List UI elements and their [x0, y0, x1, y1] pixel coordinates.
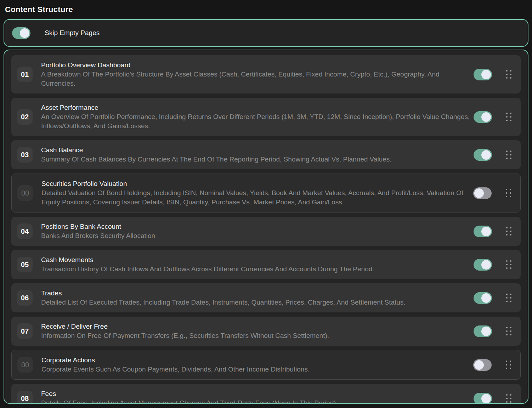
skip-empty-pages-panel: Skip Empty Pages — [4, 19, 528, 47]
section-row: 03 Cash Balance Summary Of Cash Balances… — [11, 140, 521, 169]
toggle-knob — [481, 394, 491, 403]
content-structure-list: 01 Portfolio Overview Dashboard A Breakd… — [4, 50, 528, 404]
section-description: Banks And Brokers Security Allocation — [41, 231, 471, 240]
toggle-knob — [481, 112, 491, 122]
toggle-knob — [481, 70, 491, 79]
toggle-knob — [481, 327, 491, 336]
section-content: Corporate Actions Corporate Events Such … — [41, 356, 470, 374]
drag-handle-icon[interactable] — [506, 70, 511, 79]
toggle-knob — [481, 260, 491, 270]
section-number-badge: 04 — [17, 223, 33, 239]
section-content: Positions By Bank Account Banks And Brok… — [41, 222, 471, 240]
section-title: Receive / Deliver Free — [41, 322, 471, 331]
section-content: Cash Movements Transaction History Of Ca… — [41, 255, 471, 274]
section-number-badge: 03 — [17, 147, 33, 163]
section-description: Details Of Fees, Including Asset Managem… — [41, 398, 471, 404]
section-content: Cash Balance Summary Of Cash Balances By… — [41, 146, 471, 164]
section-row: 01 Portfolio Overview Dashboard A Breakd… — [11, 55, 521, 94]
section-toggle[interactable] — [474, 259, 492, 271]
section-title: Trades — [41, 289, 471, 298]
toggle-knob — [474, 360, 484, 370]
section-description: Information On Free-Of-Payment Transfers… — [41, 331, 471, 340]
section-row: 00 Securities Portfolio Valuation Detail… — [11, 174, 521, 212]
drag-handle-icon[interactable] — [506, 227, 511, 236]
toggle-knob — [481, 150, 491, 160]
section-number-badge: 02 — [17, 109, 33, 125]
section-row: 05 Cash Movements Transaction History Of… — [11, 250, 521, 279]
section-title: Securities Portfolio Valuation — [41, 179, 470, 188]
section-content: Receive / Deliver Free Information On Fr… — [41, 322, 471, 340]
page-title: Content Structure — [5, 5, 528, 14]
section-title: Cash Movements — [41, 255, 471, 265]
section-number-badge: 08 — [17, 391, 33, 404]
section-toggle[interactable] — [474, 393, 492, 404]
drag-handle-icon[interactable] — [506, 260, 511, 269]
section-row: 06 Trades Detailed List Of Executed Trad… — [11, 283, 521, 312]
section-number-badge: 06 — [17, 290, 33, 306]
section-row: 02 Asset Performance An Overview Of Port… — [11, 98, 521, 136]
section-title: Cash Balance — [41, 146, 471, 155]
section-toggle[interactable] — [473, 359, 492, 371]
section-content: Securities Portfolio Valuation Detailed … — [41, 179, 470, 207]
section-title: Positions By Bank Account — [41, 222, 471, 231]
section-number-badge: 07 — [17, 323, 33, 339]
section-row: 00 Corporate Actions Corporate Events Su… — [11, 350, 521, 380]
section-content: Fees Details Of Fees, Including Asset Ma… — [41, 389, 471, 404]
section-title: Portfolio Overview Dashboard — [41, 61, 471, 70]
section-toggle[interactable] — [474, 325, 492, 337]
section-description: A Breakdown Of The Portfolio’s Structure… — [41, 70, 471, 88]
section-description: Detailed List Of Executed Trades, Includ… — [41, 298, 471, 307]
drag-handle-icon[interactable] — [506, 327, 511, 335]
section-number-badge: 00 — [17, 185, 33, 201]
section-toggle[interactable] — [474, 292, 492, 304]
toggle-knob — [20, 28, 29, 38]
section-content: Trades Detailed List Of Executed Trades,… — [41, 289, 471, 307]
section-toggle[interactable] — [474, 149, 492, 161]
section-content: Asset Performance An Overview Of Portfol… — [41, 103, 471, 131]
section-number-badge: 01 — [17, 67, 33, 82]
section-title: Fees — [41, 389, 471, 398]
section-description: An Overview Of Portfolio Performance, In… — [41, 112, 471, 131]
section-description: Summary Of Cash Balances By Currencies A… — [41, 155, 471, 164]
section-description: Detailed Valuation Of Bond Holdings, Inc… — [41, 188, 470, 207]
section-row: 08 Fees Details Of Fees, Including Asset… — [11, 384, 521, 404]
section-number-badge: 00 — [17, 357, 33, 373]
section-title: Corporate Actions — [41, 356, 470, 365]
skip-empty-pages-label: Skip Empty Pages — [45, 29, 100, 37]
section-row: 04 Positions By Bank Account Banks And B… — [11, 217, 521, 246]
section-title: Asset Performance — [41, 103, 471, 112]
section-row: 07 Receive / Deliver Free Information On… — [11, 317, 521, 346]
toggle-knob — [481, 293, 491, 303]
drag-handle-icon[interactable] — [506, 361, 511, 369]
toggle-knob — [481, 227, 491, 236]
drag-handle-icon[interactable] — [506, 189, 511, 197]
section-description: Corporate Events Such As Coupon Payments… — [41, 365, 470, 374]
section-toggle[interactable] — [473, 187, 492, 199]
drag-handle-icon[interactable] — [506, 113, 511, 121]
section-description: Transaction History Of Cash Inflows And … — [41, 265, 471, 274]
toggle-knob — [474, 188, 484, 198]
section-toggle[interactable] — [474, 111, 492, 123]
section-content: Portfolio Overview Dashboard A Breakdown… — [41, 61, 471, 88]
section-toggle[interactable] — [474, 69, 492, 80]
drag-handle-icon[interactable] — [506, 151, 511, 159]
drag-handle-icon[interactable] — [506, 294, 511, 302]
section-number-badge: 05 — [17, 257, 33, 272]
skip-empty-pages-toggle[interactable] — [12, 27, 30, 39]
section-toggle[interactable] — [474, 226, 492, 237]
drag-handle-icon[interactable] — [506, 394, 511, 403]
